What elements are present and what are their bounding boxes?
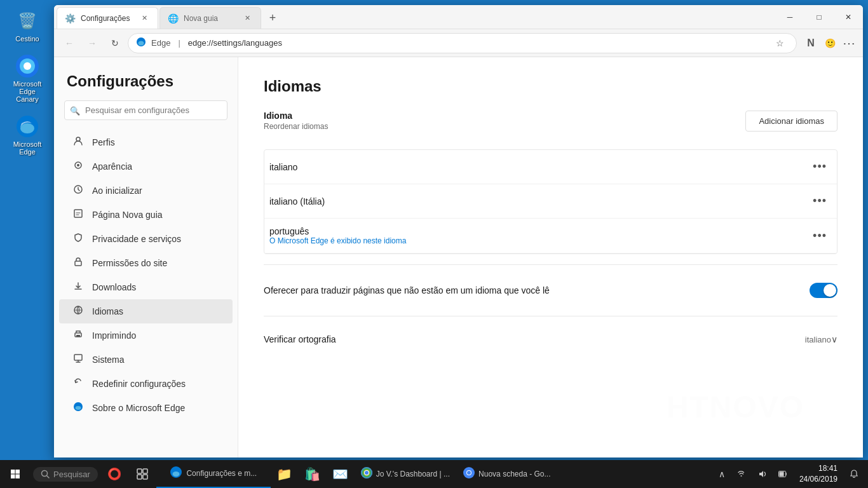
- divider-1: [264, 264, 837, 265]
- svg-rect-21: [11, 475, 15, 479]
- translate-toggle[interactable]: [810, 283, 837, 298]
- new-tab-title: Nova guia: [184, 14, 236, 23]
- edge-taskbar-item[interactable]: Configurações e m...: [156, 460, 271, 488]
- ao-inicializar-label: Ao inicializar: [92, 186, 142, 196]
- toggle-thumb: [824, 284, 836, 297]
- watermark: HTNOVO: [667, 390, 804, 424]
- minimize-button[interactable]: ─: [775, 5, 804, 29]
- sidebar-item-aparencia[interactable]: Aparência: [59, 154, 233, 179]
- edge-desktop-icon[interactable]: Microsoft Edge: [5, 112, 50, 158]
- refresh-button[interactable]: ↻: [105, 33, 125, 53]
- lang-italiano-italia-more[interactable]: •••: [808, 192, 832, 210]
- sidebar-search-input[interactable]: [64, 100, 227, 120]
- ao-inicializar-icon: [72, 184, 85, 197]
- taskbar-clock[interactable]: 18:41 24/06/2019: [794, 463, 843, 485]
- svg-line-24: [47, 476, 50, 478]
- new-tab-button[interactable]: +: [262, 7, 283, 29]
- sistema-icon: [72, 353, 85, 366]
- address-bar: ← → ↻ Edge | ☆ N 🙂 ⋯: [54, 29, 863, 57]
- sidebar-item-perfis[interactable]: Perfis: [59, 130, 233, 154]
- back-button[interactable]: ←: [59, 33, 79, 53]
- spell-check-value: italiano: [805, 335, 831, 344]
- idiomas-label: Idiomas: [92, 306, 123, 316]
- address-input-wrap[interactable]: Edge | ☆: [128, 33, 797, 53]
- section-idioma-label: Idioma: [264, 111, 328, 121]
- sidebar-item-idiomas[interactable]: Idiomas: [59, 299, 233, 323]
- address-input[interactable]: [188, 38, 766, 48]
- cortana-icon: ⭕: [107, 467, 121, 481]
- chrome-task1-item[interactable]: Jo V.'s Dashboard | ...: [355, 460, 456, 488]
- edge-desktop-label: Microsoft Edge: [8, 140, 47, 156]
- sidebar-item-sistema[interactable]: Sistema: [59, 348, 233, 372]
- language-row-portugues: português O Microsoft Edge é exibido nes…: [264, 219, 837, 254]
- maximize-button[interactable]: □: [804, 5, 834, 29]
- spell-check-row[interactable]: Verificar ortografia italiano ∨: [264, 327, 837, 352]
- recycle-bin-icon[interactable]: 🗑️ Cestino: [5, 6, 50, 45]
- content-title: Idiomas: [264, 78, 837, 95]
- svg-rect-15: [76, 335, 80, 337]
- languages-list: italiano ••• italiano (Itália) ••• portu…: [264, 149, 837, 254]
- sidebar-item-permissoes[interactable]: Permissões do site: [59, 251, 233, 275]
- aparencia-label: Aparência: [92, 161, 132, 172]
- notification-icon[interactable]: [845, 460, 863, 488]
- forward-button[interactable]: →: [82, 33, 102, 53]
- redefinir-icon: [72, 377, 85, 390]
- sidebar-item-pagina-nova[interactable]: Página Nova guia: [59, 203, 233, 227]
- store-taskbar-item[interactable]: 🛍️: [299, 460, 327, 488]
- feedback-icon[interactable]: 🙂: [821, 34, 839, 52]
- tabs-area: ⚙️ Configurações ✕ 🌐 Nova guia ✕ +: [54, 5, 775, 29]
- svg-point-6: [139, 41, 144, 46]
- imprimindo-icon: [72, 329, 85, 342]
- taskbar-search-label: Pesquisar: [53, 470, 90, 479]
- chrome1-label: Jo V.'s Dashboard | ...: [376, 470, 450, 478]
- sidebar-nav: Perfis Aparência Ao inicializar: [54, 128, 238, 423]
- chrome-task2-item[interactable]: Nuova scheda - Go...: [456, 460, 558, 488]
- close-button[interactable]: ✕: [834, 5, 863, 29]
- mail-taskbar-item[interactable]: ✉️: [327, 460, 355, 488]
- svg-point-37: [467, 471, 471, 475]
- svg-rect-25: [137, 469, 142, 473]
- svg-point-4: [20, 123, 34, 133]
- settings-tab[interactable]: ⚙️ Configurações ✕: [57, 7, 158, 29]
- add-languages-button[interactable]: Adicionar idiomas: [745, 111, 837, 132]
- collections-icon[interactable]: N: [802, 34, 820, 52]
- tray-show-hidden[interactable]: ∧: [713, 460, 731, 488]
- sidebar-item-imprimindo[interactable]: Imprimindo: [59, 323, 233, 348]
- desktop-icons: 🗑️ Cestino Microsoft Edge Canary: [5, 6, 50, 158]
- svg-rect-16: [74, 355, 82, 360]
- tray-battery[interactable]: [774, 460, 792, 488]
- section-sublabel: Reordenar idiomas: [264, 122, 328, 131]
- new-tab-close[interactable]: ✕: [241, 13, 253, 24]
- sidebar-item-sobre[interactable]: Sobre o Microsoft Edge: [59, 396, 233, 420]
- lang-italiano-more[interactable]: •••: [808, 158, 832, 176]
- sidebar-item-redefinir[interactable]: Redefinir configurações: [59, 372, 233, 396]
- settings-sidebar: Configurações 🔍 Perfis: [54, 57, 238, 458]
- favorites-icon[interactable]: ☆: [771, 34, 789, 52]
- taskbar-search[interactable]: Pesquisar: [33, 467, 98, 482]
- svg-rect-40: [779, 472, 783, 477]
- tray-volume[interactable]: [754, 460, 771, 488]
- new-tab[interactable]: 🌐 Nova guia ✕: [159, 7, 261, 29]
- settings-more-icon[interactable]: ⋯: [840, 34, 858, 52]
- permissoes-icon: [72, 257, 85, 269]
- lang-portugues-more[interactable]: •••: [808, 227, 832, 245]
- idiomas-icon: [72, 305, 85, 318]
- sidebar-title: Configurações: [54, 57, 238, 100]
- language-row-italiano: italiano •••: [264, 150, 837, 184]
- edge-canary-icon[interactable]: Microsoft Edge Canary: [5, 51, 50, 105]
- tray-network[interactable]: [733, 460, 751, 488]
- task-view-item[interactable]: [128, 460, 156, 488]
- start-button[interactable]: [0, 460, 31, 488]
- sidebar-item-privacidade[interactable]: Privacidade e serviços: [59, 227, 233, 251]
- sidebar-item-downloads[interactable]: Downloads: [59, 275, 233, 299]
- sidebar-item-ao-inicializar[interactable]: Ao inicializar: [59, 179, 233, 203]
- new-tab-icon: 🌐: [168, 13, 179, 24]
- lang-portugues-note: O Microsoft Edge é exibido neste idioma: [269, 236, 808, 245]
- explorer-icon: 📁: [276, 466, 292, 482]
- svg-rect-22: [16, 475, 20, 479]
- title-bar: ⚙️ Configurações ✕ 🌐 Nova guia ✕ + ─ □ ✕: [54, 5, 863, 29]
- explorer-taskbar-item[interactable]: 📁: [271, 460, 299, 488]
- settings-tab-close[interactable]: ✕: [139, 13, 150, 24]
- sistema-label: Sistema: [92, 355, 125, 365]
- cortana-taskbar-item[interactable]: ⭕: [100, 460, 128, 488]
